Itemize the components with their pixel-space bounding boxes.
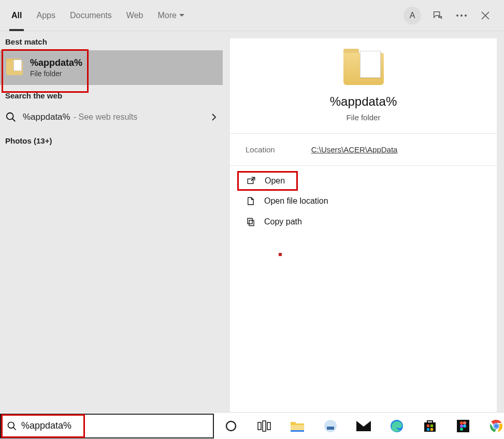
svg-rect-21	[427, 428, 429, 431]
svg-point-1	[460, 15, 463, 17]
svg-rect-11	[267, 422, 270, 430]
user-avatar[interactable]: A	[404, 7, 421, 24]
search-icon	[5, 111, 17, 123]
svg-point-24	[460, 421, 463, 424]
svg-point-2	[465, 15, 467, 17]
svg-point-32	[495, 424, 498, 428]
svg-point-26	[460, 424, 463, 428]
annotation-dot	[279, 253, 282, 256]
svg-point-14	[324, 420, 337, 432]
svg-rect-20	[430, 424, 433, 427]
action-open[interactable]: Open	[237, 171, 298, 191]
photos-heading[interactable]: Photos (13+)	[0, 130, 223, 149]
folder-icon	[343, 53, 384, 85]
svg-point-0	[456, 15, 458, 17]
svg-rect-5	[249, 220, 254, 226]
mail-icon[interactable]	[356, 418, 371, 434]
best-match-subtitle: File folder	[30, 69, 82, 78]
results-column: Best match %appdata% File folder Search …	[0, 31, 223, 412]
svg-point-7	[8, 422, 15, 428]
tab-more-label: More	[157, 11, 176, 20]
web-result-hint: - See web results	[74, 112, 138, 122]
tab-all-label: All	[11, 11, 22, 20]
avatar-initial: A	[410, 11, 415, 20]
svg-point-8	[226, 421, 236, 431]
folder-icon	[6, 61, 23, 75]
svg-rect-6	[248, 218, 252, 224]
svg-rect-10	[263, 421, 266, 431]
tab-all[interactable]: All	[4, 0, 29, 31]
open-icon	[246, 176, 256, 186]
best-match-title: %appdata%	[30, 58, 82, 68]
tab-more[interactable]: More	[150, 0, 192, 31]
file-explorer-icon[interactable]	[290, 418, 305, 434]
feedback-icon[interactable]	[430, 8, 445, 23]
figma-icon[interactable]	[455, 418, 471, 434]
more-options-icon[interactable]	[454, 8, 469, 23]
tab-apps[interactable]: Apps	[29, 0, 62, 31]
action-open-label: Open	[265, 176, 285, 186]
tab-apps-label: Apps	[36, 11, 55, 20]
taskbar: %appdata%	[0, 412, 504, 439]
action-open-file-location[interactable]: Open file location	[237, 191, 489, 211]
svg-rect-18	[424, 422, 436, 432]
search-input-value: %appdata%	[21, 420, 71, 431]
open-location-icon	[246, 196, 256, 206]
chevron-down-icon	[179, 12, 185, 19]
search-icon	[7, 421, 17, 431]
tab-web-label: Web	[126, 11, 143, 20]
preview-subtitle: File folder	[347, 113, 381, 122]
web-result-row[interactable]: %appdata% - See web results	[0, 104, 223, 130]
best-match-heading: Best match	[0, 31, 223, 50]
search-tabs: All Apps Documents Web More A	[0, 0, 504, 31]
svg-point-3	[7, 113, 13, 120]
svg-rect-22	[430, 428, 433, 431]
annotation-highlight: %appdata%	[1, 414, 85, 438]
close-icon[interactable]	[478, 8, 493, 23]
taskbar-search[interactable]: %appdata%	[0, 414, 214, 438]
svg-point-27	[463, 424, 466, 428]
location-label: Location	[246, 145, 275, 154]
search-web-heading: Search the web	[0, 85, 223, 104]
svg-rect-15	[327, 427, 334, 430]
svg-point-25	[463, 421, 466, 424]
cortana-icon[interactable]	[223, 418, 239, 434]
preview-column: %appdata% File folder Location C:\Users\…	[223, 31, 504, 412]
svg-rect-13	[291, 430, 304, 432]
action-copy-path-label: Copy path	[264, 217, 302, 226]
chrome-icon[interactable]	[488, 418, 504, 434]
best-match-result[interactable]: %appdata% File folder	[0, 50, 223, 85]
action-open-location-label: Open file location	[264, 196, 328, 206]
copy-icon	[246, 217, 256, 227]
svg-rect-9	[258, 422, 261, 430]
task-view-icon[interactable]	[256, 418, 272, 434]
tab-documents-label: Documents	[70, 11, 112, 20]
web-result-query: %appdata%	[23, 112, 70, 122]
preview-panel: %appdata% File folder Location C:\Users\…	[230, 38, 497, 412]
microsoft-store-icon[interactable]	[422, 418, 438, 434]
svg-rect-19	[427, 424, 429, 427]
chevron-right-icon	[210, 114, 218, 121]
preview-title: %appdata%	[330, 94, 397, 109]
svg-point-28	[460, 428, 463, 431]
tab-web[interactable]: Web	[119, 0, 151, 31]
location-value[interactable]: C:\Users\ACER\AppData	[311, 145, 398, 154]
tab-documents[interactable]: Documents	[63, 0, 119, 31]
edge-icon[interactable]	[389, 418, 405, 434]
action-copy-path[interactable]: Copy path	[237, 211, 489, 232]
app-icon[interactable]	[323, 418, 338, 434]
